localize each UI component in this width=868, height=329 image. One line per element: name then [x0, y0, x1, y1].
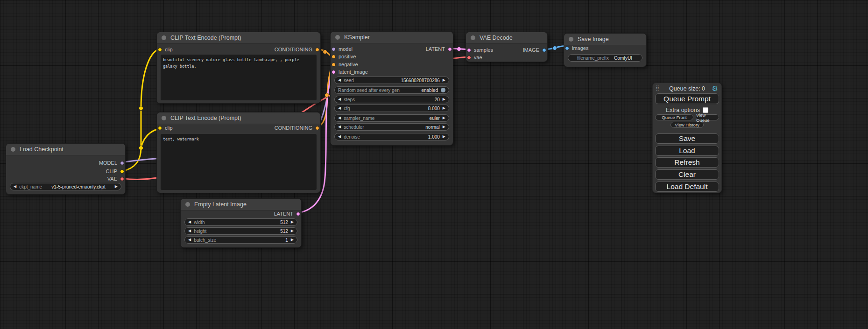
increment-arrow-icon[interactable]: ▶ [443, 78, 445, 82]
scheduler-widget[interactable]: ◀ scheduler normal ▶ [334, 123, 449, 131]
node-title-bar[interactable]: CLIP Text Encode (Prompt) [157, 32, 320, 44]
node-title-bar[interactable]: KSampler [331, 32, 453, 43]
width-widget[interactable]: ◀ width 512 ▶ [184, 218, 297, 226]
input-negative[interactable]: negative [332, 61, 358, 68]
output-model[interactable]: MODEL [99, 160, 124, 166]
random-seed-toggle-widget[interactable]: Random seed after every gen enabled [334, 86, 449, 94]
output-conditioning[interactable]: CONDITIONING [275, 125, 319, 131]
cfg-widget[interactable]: ◀ cfg 8.000 ▶ [334, 105, 449, 112]
input-model[interactable]: model [332, 46, 353, 52]
output-clip[interactable]: CLIP [106, 168, 124, 175]
input-latent-image[interactable]: latent_image [332, 69, 368, 75]
increment-arrow-icon[interactable]: ▶ [115, 185, 118, 189]
node-graph-canvas[interactable]: Load Checkpoint MODEL CLIP VAE ◀ ckpt_na… [0, 0, 868, 329]
prompt-textarea[interactable]: beautiful scenery nature glass bottle la… [161, 55, 317, 100]
collapse-dot-icon[interactable] [335, 35, 340, 40]
queue-prompt-button[interactable]: Queue Prompt [655, 93, 719, 104]
reroute-dot[interactable] [139, 146, 143, 150]
output-vae[interactable]: VAE [107, 175, 124, 182]
node-save-image[interactable]: Save Image images filename_prefix ComfyU… [564, 33, 647, 67]
reroute-dot[interactable] [325, 93, 329, 98]
increment-arrow-icon[interactable]: ▶ [443, 106, 445, 110]
input-vae[interactable]: vae [467, 54, 482, 61]
increment-arrow-icon[interactable]: ▶ [443, 98, 445, 101]
image-port-icon[interactable] [565, 46, 569, 50]
output-latent[interactable]: LATENT [426, 46, 452, 52]
node-load-checkpoint[interactable]: Load Checkpoint MODEL CLIP VAE ◀ ckpt_na… [6, 143, 126, 195]
decrement-arrow-icon[interactable]: ◀ [338, 135, 341, 139]
latent-port-icon[interactable] [296, 212, 300, 216]
decrement-arrow-icon[interactable]: ◀ [188, 229, 191, 233]
model-port-icon[interactable] [120, 161, 124, 165]
vae-port-icon[interactable] [120, 177, 124, 181]
seed-widget[interactable]: ◀ seed 156680208700286 ▶ [334, 77, 449, 84]
sampler-name-widget[interactable]: ◀ sampler_name euler ▶ [334, 114, 449, 122]
decrement-arrow-icon[interactable]: ◀ [338, 78, 341, 82]
output-conditioning[interactable]: CONDITIONING [275, 46, 319, 53]
height-widget[interactable]: ◀ height 512 ▶ [184, 227, 297, 235]
decrement-arrow-icon[interactable]: ◀ [338, 106, 341, 110]
conditioning-port-icon[interactable] [315, 48, 319, 52]
conditioning-port-icon[interactable] [332, 55, 336, 59]
latent-port-icon[interactable] [332, 70, 336, 74]
view-history-button[interactable]: View History [670, 122, 704, 128]
node-clip-text-encode-positive[interactable]: CLIP Text Encode (Prompt) clip CONDITION… [156, 32, 321, 104]
refresh-button[interactable]: Refresh [655, 157, 719, 168]
input-positive[interactable]: positive [332, 53, 356, 60]
model-port-icon[interactable] [332, 47, 336, 51]
clip-port-icon[interactable] [158, 48, 162, 52]
node-vae-decode[interactable]: VAE Decode samples vae IMAGE [466, 32, 548, 62]
conditioning-port-icon[interactable] [332, 63, 336, 67]
increment-arrow-icon[interactable]: ▶ [291, 220, 294, 224]
denoise-widget[interactable]: ◀ denoise 1.000 ▶ [334, 133, 449, 140]
reroute-dot[interactable] [553, 46, 557, 50]
input-clip[interactable]: clip [158, 125, 173, 131]
reroute-dot[interactable] [139, 106, 143, 111]
batch-size-widget[interactable]: ◀ batch_size 1 ▶ [184, 236, 297, 244]
collapse-dot-icon[interactable] [185, 202, 190, 207]
output-latent[interactable]: LATENT [274, 210, 300, 217]
conditioning-port-icon[interactable] [315, 126, 319, 130]
input-clip[interactable]: clip [158, 46, 173, 53]
collapse-dot-icon[interactable] [11, 147, 15, 152]
node-empty-latent-image[interactable]: Empty Latent Image LATENT ◀ width 512 ▶ … [180, 198, 302, 248]
filename-prefix-widget[interactable]: filename_prefix ComfyUI [568, 54, 642, 62]
decrement-arrow-icon[interactable]: ◀ [14, 185, 16, 189]
node-title-bar[interactable]: Load Checkpoint [6, 144, 125, 155]
increment-arrow-icon[interactable]: ▶ [443, 116, 445, 120]
image-port-icon[interactable] [542, 48, 546, 52]
load-button[interactable]: Load [655, 146, 719, 156]
node-title-bar[interactable]: CLIP Text Encode (Prompt) [157, 112, 320, 124]
decrement-arrow-icon[interactable]: ◀ [338, 116, 341, 120]
latent-port-icon[interactable] [467, 48, 471, 52]
ckpt-name-widget[interactable]: ◀ ckpt_name v1-5-pruned-emaonly.ckpt ▶ [10, 183, 121, 190]
prompt-textarea[interactable]: text, watermark [161, 134, 317, 190]
input-images[interactable]: images [565, 45, 588, 51]
node-title-bar[interactable]: Empty Latent Image [181, 199, 301, 210]
settings-gear-icon[interactable]: ⚙ [712, 84, 718, 93]
increment-arrow-icon[interactable]: ▶ [291, 229, 294, 233]
load-default-button[interactable]: Load Default [655, 182, 719, 192]
decrement-arrow-icon[interactable]: ◀ [338, 98, 341, 101]
clip-port-icon[interactable] [120, 169, 124, 174]
clear-button[interactable]: Clear [655, 169, 719, 180]
increment-arrow-icon[interactable]: ▶ [443, 125, 445, 129]
collapse-dot-icon[interactable] [162, 116, 166, 120]
latent-port-icon[interactable] [448, 47, 452, 51]
queue-front-button[interactable]: Queue Front [655, 114, 693, 120]
steps-widget[interactable]: ◀ steps 20 ▶ [334, 96, 449, 103]
decrement-arrow-icon[interactable]: ◀ [188, 238, 191, 242]
collapse-dot-icon[interactable] [162, 35, 166, 40]
output-image[interactable]: IMAGE [523, 47, 546, 53]
save-button[interactable]: Save [655, 133, 719, 144]
increment-arrow-icon[interactable]: ▶ [443, 135, 445, 139]
increment-arrow-icon[interactable]: ▶ [291, 238, 294, 242]
clip-port-icon[interactable] [158, 126, 162, 130]
node-ksampler[interactable]: KSampler model positive negative latent_… [330, 31, 453, 146]
collapse-dot-icon[interactable] [569, 37, 573, 42]
reroute-dot[interactable] [323, 50, 327, 54]
node-title-bar[interactable]: VAE Decode [466, 32, 547, 44]
node-title-bar[interactable]: Save Image [564, 34, 646, 45]
toggle-icon[interactable] [441, 88, 445, 92]
collapse-dot-icon[interactable] [471, 35, 475, 40]
